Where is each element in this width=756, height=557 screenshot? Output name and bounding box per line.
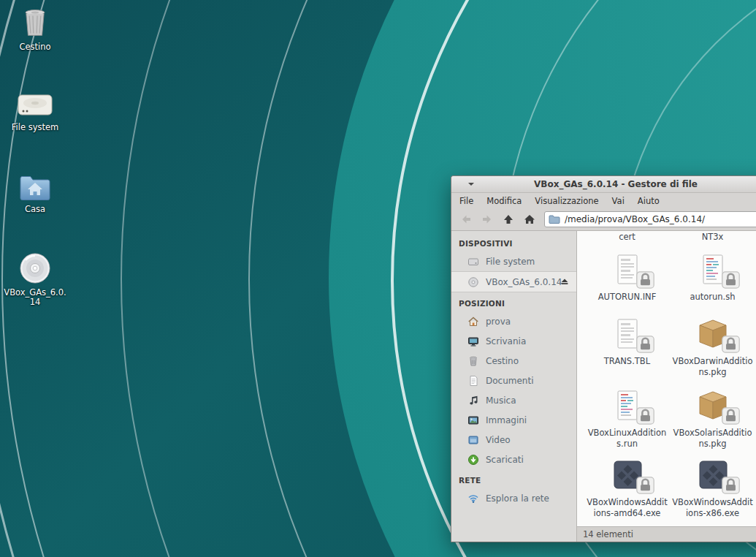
file-name-label: VBoxSolarisAdditions.pkg [672,428,754,450]
sidebar-item-vbox-gas-6-0-14[interactable]: VBox_GAs_6.0.14 [451,271,576,292]
file-vboxwindowsadditions-amd64-exe[interactable]: VBoxWindowsAdditions-amd64.exe [584,458,670,519]
lock-icon [636,336,654,353]
sidebar-item-documenti[interactable]: Documenti [451,371,576,390]
file-name-label: AUTORUN.INF [598,292,657,303]
file-vboxdarwinadditions-pkg[interactable]: VBoxDarwinAdditions.pkg [670,317,755,378]
menu-vai[interactable]: Vai [606,194,631,208]
desktop-icon-label: Cestino [19,42,50,52]
file-grid: certNT3xAUTORUN.INFautorun.shTRANS.TBLVB… [577,231,756,526]
main-panel: certNT3xAUTORUN.INFautorun.shTRANS.TBLVB… [577,231,756,542]
sidebar-item-immagini[interactable]: Immagini [451,410,576,430]
harddrive-icon [16,89,54,120]
home-button[interactable] [519,211,540,228]
sidebar: DISPOSITIVIFile systemVBox_GAs_6.0.14POS… [451,231,577,542]
file-row: certNT3x [584,231,755,243]
sidebar-header-posizioni: POSIZIONI [451,292,576,311]
exe-icon [696,458,730,492]
file-row: TRANS.TBLVBoxDarwinAdditions.pkg [584,317,755,378]
sidebar-item-label: Musica [486,395,516,406]
desktop-icon-vbox-gas-6-0-14[interactable]: VBox_GAs_6.0.14 [0,250,70,307]
file-cert[interactable]: cert [584,231,670,243]
script-icon [611,389,644,423]
sidebar-item-label: Scaricati [486,455,524,465]
sidebar-item-label: Cestino [486,356,519,366]
file-row: AUTORUN.INFautorun.sh [584,253,755,303]
package-icon [696,389,730,423]
folder-icon [549,214,560,224]
sidebar-item-scaricati[interactable]: Scaricati [451,450,576,469]
file-name-label: VBoxLinuxAdditions.run [587,428,668,450]
file-vboxlinuxadditions-run[interactable]: VBoxLinuxAdditions.run [584,389,670,450]
lock-icon [636,477,654,494]
window-title: VBox_GAs_6.0.14 - Gestore di file [451,179,756,189]
lock-icon [722,336,740,353]
image-icon [467,414,479,426]
file-name-label: cert [619,232,635,243]
network-icon [467,493,479,504]
sidebar-item-musica[interactable]: Musica [451,390,576,410]
file-row: VBoxLinuxAdditions.runVBoxSolarisAdditio… [584,389,755,450]
toolbar: /media/prova/VBox_GAs_6.0.14/ [451,208,756,231]
status-bar: 14 elementi [577,526,756,542]
home-icon [524,213,535,225]
sidebar-header-dispositivi: DISPOSITIVI [451,232,576,251]
arrow-left-icon [460,213,472,225]
sidebar-item-scrivania[interactable]: Scrivania [451,331,576,351]
sidebar-item-file-system[interactable]: File system [451,251,576,271]
path-bar[interactable]: /media/prova/VBox_GAs_6.0.14/ [544,211,756,227]
menu-modifica[interactable]: Modifica [480,194,528,208]
cd-icon [467,276,479,288]
sidebar-item-prova[interactable]: prova [451,311,576,331]
status-text: 14 elementi [583,529,633,539]
drive-icon [467,256,479,268]
eject-button[interactable] [560,276,570,289]
trash-icon [467,355,479,367]
sidebar-item-cestino[interactable]: Cestino [451,351,576,371]
window-menu-button[interactable] [465,178,478,189]
exe-icon [611,458,644,492]
file-name-label: VBoxWindowsAdditions-amd64.exe [587,497,668,519]
sidebar-item-label: VBox_GAs_6.0.14 [486,277,562,287]
sidebar-item-label: Scrivania [486,336,526,346]
file-vboxsolarisadditions-pkg[interactable]: VBoxSolarisAdditions.pkg [670,389,755,450]
file-row: VBoxWindowsAdditions-amd64.exeVBoxWindow… [584,458,755,519]
doc-icon [611,317,644,351]
desktop: CestinoFile systemCasaVBox_GAs_6.0.14 VB… [0,0,756,557]
file-vboxwindowsadditions-x86-exe[interactable]: VBoxWindowsAdditions-x86.exe [670,458,755,519]
forward-button[interactable] [477,211,497,228]
menu-file[interactable]: File [453,194,480,208]
lock-icon [722,271,740,289]
music-icon [467,395,479,406]
menu-visualizzazione[interactable]: Visualizzazione [528,194,605,208]
file-manager-window: VBox_GAs_6.0.14 - Gestore di file FileMo… [451,175,756,542]
sidebar-item-label: prova [486,317,511,327]
lock-icon [722,407,740,425]
lock-icon [636,271,654,289]
file-trans-tbl[interactable]: TRANS.TBL [584,317,670,378]
file-nt3x[interactable]: NT3x [670,231,755,243]
up-button[interactable] [498,211,519,228]
menu-aiuto[interactable]: Aiuto [631,194,666,208]
lock-icon [722,477,740,494]
desktop-icon-file-system[interactable]: File system [0,85,70,132]
desktop-icon-label: File system [12,123,58,132]
lock-icon [636,407,654,425]
titlebar[interactable]: VBox_GAs_6.0.14 - Gestore di file [451,176,756,193]
document-icon [467,375,479,387]
path-text: /media/prova/VBox_GAs_6.0.14/ [565,214,705,224]
arrow-right-icon [481,213,493,225]
desktop-icon-cestino[interactable]: Cestino [0,4,70,52]
desktop-icon-casa[interactable]: Casa [0,167,70,214]
file-autorun-sh[interactable]: autorun.sh [670,253,755,303]
sidebar-item-esplora-la-rete[interactable]: Esplora la rete [451,488,576,508]
sidebar-item-video[interactable]: Video [451,430,576,450]
desktop-mon-icon [467,336,479,347]
home-small-icon [467,316,479,327]
toolbar-buttons [456,211,540,228]
file-name-label: NT3x [702,232,724,243]
file-autorun-inf[interactable]: AUTORUN.INF [584,253,670,303]
back-button[interactable] [456,211,476,228]
window-body: DISPOSITIVIFile systemVBox_GAs_6.0.14POS… [451,231,756,542]
package-icon [696,317,730,351]
file-name-label: autorun.sh [690,292,735,303]
